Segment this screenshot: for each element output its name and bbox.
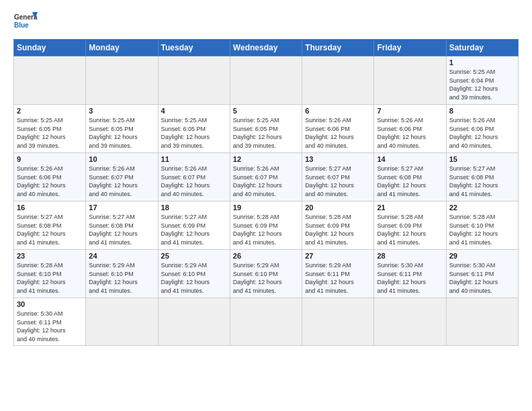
svg-text:Blue: Blue [14,21,29,29]
calendar-cell: 29Sunrise: 5:30 AMSunset: 6:11 PMDayligh… [446,250,518,298]
day-number: 5 [233,107,299,115]
day-info: Sunrise: 5:30 AMSunset: 6:11 PMDaylight:… [17,310,83,343]
calendar-cell [14,56,86,105]
day-info: Sunrise: 5:30 AMSunset: 6:11 PMDaylight:… [377,261,443,295]
header-cell-monday: Monday [86,40,158,56]
day-info: Sunrise: 5:26 AMSunset: 6:06 PMDaylight:… [377,116,443,150]
day-number: 15 [449,155,515,163]
day-info: Sunrise: 5:28 AMSunset: 6:09 PMDaylight:… [305,213,371,246]
calendar-cell: 7Sunrise: 5:26 AMSunset: 6:06 PMDaylight… [374,105,446,153]
day-info: Sunrise: 5:27 AMSunset: 6:09 PMDaylight:… [161,213,227,246]
day-number: 19 [233,203,299,212]
day-number: 4 [161,107,227,115]
day-number: 1 [449,58,515,66]
day-info: Sunrise: 5:28 AMSunset: 6:10 PMDaylight:… [17,261,83,295]
calendar-cell [230,298,302,346]
day-info: Sunrise: 5:28 AMSunset: 6:09 PMDaylight:… [233,213,299,246]
calendar-cell: 12Sunrise: 5:26 AMSunset: 6:07 PMDayligh… [230,153,302,201]
day-info: Sunrise: 5:27 AMSunset: 6:08 PMDaylight:… [17,213,83,246]
day-info: Sunrise: 5:26 AMSunset: 6:06 PMDaylight:… [449,116,515,150]
day-number: 8 [449,107,515,115]
calendar-cell: 5Sunrise: 5:25 AMSunset: 6:05 PMDaylight… [230,105,302,153]
header-cell-wednesday: Wednesday [230,40,302,56]
calendar-week-2: 2Sunrise: 5:25 AMSunset: 6:05 PMDaylight… [14,105,519,153]
day-info: Sunrise: 5:26 AMSunset: 6:07 PMDaylight:… [233,165,299,198]
calendar-week-6: 30Sunrise: 5:30 AMSunset: 6:11 PMDayligh… [14,298,519,346]
day-info: Sunrise: 5:27 AMSunset: 6:08 PMDaylight:… [89,213,154,246]
day-info: Sunrise: 5:26 AMSunset: 6:06 PMDaylight:… [305,116,371,150]
calendar-cell: 4Sunrise: 5:25 AMSunset: 6:05 PMDaylight… [158,105,230,153]
day-number: 17 [89,203,154,212]
day-number: 9 [17,155,83,163]
calendar-cell: 16Sunrise: 5:27 AMSunset: 6:08 PMDayligh… [14,201,86,250]
header-row: SundayMondayTuesdayWednesdayThursdayFrid… [14,40,519,56]
calendar-cell: 3Sunrise: 5:25 AMSunset: 6:05 PMDaylight… [86,105,158,153]
day-number: 2 [17,107,83,115]
day-number: 22 [449,203,515,212]
day-info: Sunrise: 5:27 AMSunset: 6:08 PMDaylight:… [377,165,443,198]
calendar-cell: 6Sunrise: 5:26 AMSunset: 6:06 PMDaylight… [302,105,374,153]
header-cell-thursday: Thursday [302,40,374,56]
calendar-cell [374,298,446,346]
calendar-cell [302,298,374,346]
calendar-cell: 19Sunrise: 5:28 AMSunset: 6:09 PMDayligh… [230,201,302,250]
calendar-cell: 15Sunrise: 5:27 AMSunset: 6:08 PMDayligh… [446,153,518,201]
calendar-cell: 20Sunrise: 5:28 AMSunset: 6:09 PMDayligh… [302,201,374,250]
calendar-week-5: 23Sunrise: 5:28 AMSunset: 6:10 PMDayligh… [14,250,519,298]
day-info: Sunrise: 5:29 AMSunset: 6:10 PMDaylight:… [161,261,227,295]
header-cell-tuesday: Tuesday [158,40,230,56]
calendar-table: SundayMondayTuesdayWednesdayThursdayFrid… [13,39,519,346]
calendar-week-3: 9Sunrise: 5:26 AMSunset: 6:06 PMDaylight… [14,153,519,201]
day-number: 30 [17,300,83,308]
calendar-cell [230,56,302,105]
day-number: 28 [377,252,443,260]
calendar-cell: 30Sunrise: 5:30 AMSunset: 6:11 PMDayligh… [14,298,86,346]
calendar-cell [86,298,158,346]
calendar-cell: 10Sunrise: 5:26 AMSunset: 6:07 PMDayligh… [86,153,158,201]
calendar-cell [302,56,374,105]
day-number: 29 [449,252,515,260]
header-cell-sunday: Sunday [14,40,86,56]
day-info: Sunrise: 5:30 AMSunset: 6:11 PMDaylight:… [449,261,515,295]
calendar-cell [158,298,230,346]
day-info: Sunrise: 5:25 AMSunset: 6:04 PMDaylight:… [449,68,515,101]
day-info: Sunrise: 5:26 AMSunset: 6:06 PMDaylight:… [17,165,83,198]
day-info: Sunrise: 5:25 AMSunset: 6:05 PMDaylight:… [161,116,227,150]
page-header: General Blue [13,11,519,35]
calendar-cell: 14Sunrise: 5:27 AMSunset: 6:08 PMDayligh… [374,153,446,201]
day-number: 10 [89,155,154,163]
calendar-cell: 26Sunrise: 5:29 AMSunset: 6:10 PMDayligh… [230,250,302,298]
calendar-cell [374,56,446,105]
day-info: Sunrise: 5:27 AMSunset: 6:07 PMDaylight:… [305,165,371,198]
day-number: 23 [17,252,83,260]
day-number: 26 [233,252,299,260]
calendar-cell: 25Sunrise: 5:29 AMSunset: 6:10 PMDayligh… [158,250,230,298]
calendar-cell [86,56,158,105]
day-info: Sunrise: 5:25 AMSunset: 6:05 PMDaylight:… [89,116,154,150]
day-info: Sunrise: 5:25 AMSunset: 6:05 PMDaylight:… [17,116,83,150]
day-info: Sunrise: 5:26 AMSunset: 6:07 PMDaylight:… [89,165,154,198]
day-info: Sunrise: 5:29 AMSunset: 6:11 PMDaylight:… [305,261,371,295]
day-number: 18 [161,203,227,212]
calendar-cell: 23Sunrise: 5:28 AMSunset: 6:10 PMDayligh… [14,250,86,298]
day-number: 14 [377,155,443,163]
calendar-cell: 2Sunrise: 5:25 AMSunset: 6:05 PMDaylight… [14,105,86,153]
calendar-cell: 28Sunrise: 5:30 AMSunset: 6:11 PMDayligh… [374,250,446,298]
day-info: Sunrise: 5:29 AMSunset: 6:10 PMDaylight:… [233,261,299,295]
calendar-week-1: 1Sunrise: 5:25 AMSunset: 6:04 PMDaylight… [14,56,519,105]
day-info: Sunrise: 5:29 AMSunset: 6:10 PMDaylight:… [89,261,154,295]
calendar-cell [158,56,230,105]
day-number: 21 [377,203,443,212]
day-info: Sunrise: 5:28 AMSunset: 6:10 PMDaylight:… [449,213,515,246]
day-info: Sunrise: 5:25 AMSunset: 6:05 PMDaylight:… [233,116,299,150]
day-info: Sunrise: 5:27 AMSunset: 6:08 PMDaylight:… [449,165,515,198]
calendar-cell: 21Sunrise: 5:28 AMSunset: 6:09 PMDayligh… [374,201,446,250]
day-number: 7 [377,107,443,115]
day-number: 16 [17,203,83,212]
day-info: Sunrise: 5:28 AMSunset: 6:09 PMDaylight:… [377,213,443,246]
day-number: 3 [89,107,154,115]
calendar-cell: 18Sunrise: 5:27 AMSunset: 6:09 PMDayligh… [158,201,230,250]
day-number: 27 [305,252,371,260]
calendar-cell: 27Sunrise: 5:29 AMSunset: 6:11 PMDayligh… [302,250,374,298]
day-number: 20 [305,203,371,212]
